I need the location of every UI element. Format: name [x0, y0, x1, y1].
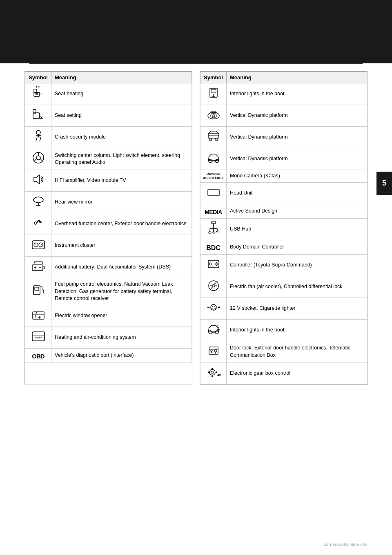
meaning-cell: Body Domain Controller	[227, 240, 367, 254]
meaning-cell: USB Hub	[227, 218, 367, 240]
svg-point-94	[214, 349, 217, 352]
svg-rect-103	[208, 371, 209, 373]
meaning-cell: Electronic gear box control	[227, 363, 367, 384]
mirror-icon	[31, 193, 46, 209]
main-content: Symbol Meaning	[0, 64, 392, 401]
svg-line-24	[40, 159, 43, 161]
table-row: Vertical Dynamic platform	[200, 148, 367, 170]
right-table: Symbol Meaning	[200, 72, 367, 385]
table-row: Door lock, Exterior door handle electron…	[200, 341, 367, 363]
symbol-cell	[200, 319, 227, 341]
symbol-cell	[200, 83, 227, 105]
svg-point-99	[209, 369, 215, 375]
svg-line-16	[36, 137, 37, 141]
meaning-cell: 12 V socket, Cigarette lighter	[227, 298, 367, 319]
meaning-cell: Vehicle's diagnostic port (interface)	[51, 348, 192, 363]
vdp3-icon	[206, 150, 221, 166]
table-row: Seat heating	[25, 83, 192, 105]
svg-rect-50	[211, 90, 216, 93]
symbol-cell	[200, 298, 227, 319]
table-row: Rear-view mirror	[25, 192, 192, 213]
symbol-cell	[200, 182, 227, 204]
svg-point-78	[217, 263, 218, 264]
table-row: Electric fan (air cooler), Controlled di…	[200, 276, 367, 298]
table-row: DRIVINGASSISTANCE Mono Camera (Kafas)	[200, 170, 367, 183]
symbol-cell	[200, 341, 227, 363]
svg-rect-59	[216, 138, 218, 141]
battery-icon	[31, 258, 46, 274]
svg-point-7	[36, 94, 37, 95]
table-row: Crash-security module	[25, 127, 192, 148]
svg-rect-47	[32, 332, 45, 341]
symbol-cell	[200, 148, 227, 170]
svg-point-4	[36, 93, 37, 94]
left-header-symbol: Symbol	[25, 72, 51, 83]
svg-line-34	[41, 244, 42, 245]
symbol-cell	[25, 257, 51, 278]
overhead-icon	[31, 215, 46, 231]
svg-rect-101	[212, 368, 213, 369]
meaning-cell: Vertical Dynamic platform	[227, 127, 367, 148]
svg-rect-102	[212, 376, 213, 377]
vdp1-icon	[206, 107, 221, 122]
meaning-cell: Electric fan (air cooler), Controlled di…	[227, 276, 367, 298]
table-row: OBD Vehicle's diagnostic port (interface…	[25, 348, 192, 363]
symbol-cell	[25, 213, 51, 235]
meaning-cell: Seat setting	[51, 105, 192, 127]
svg-line-23	[34, 159, 36, 161]
gearbox-icon: 4x4	[206, 365, 221, 380]
bdc-icon: BDC	[206, 244, 220, 251]
meaning-cell: Electric window opener	[51, 305, 192, 327]
symbol-cell: 4x4	[200, 363, 227, 384]
watermark: carmanualsonline.info	[324, 542, 368, 547]
table-row: Electric window opener	[25, 305, 192, 327]
svg-rect-45	[33, 312, 44, 319]
svg-point-61	[209, 159, 212, 163]
columns-wrapper: Symbol Meaning	[24, 71, 368, 385]
symbol-cell	[25, 235, 51, 257]
meaning-cell: Head Unit	[227, 182, 367, 204]
meaning-cell: Fuel pump control electronics, Natural V…	[51, 278, 192, 305]
svg-text:4x4: 4x4	[217, 373, 221, 377]
12v-icon	[206, 300, 221, 315]
head-unit-icon	[206, 184, 221, 200]
meaning-cell: Switching center column, Light switch el…	[51, 148, 192, 170]
symbol-cell	[200, 218, 227, 240]
boot-light-icon	[206, 85, 221, 101]
boot-light2-icon	[206, 321, 221, 337]
svg-line-17	[40, 137, 41, 141]
table-row: HiFi amplifier, Video module TV	[25, 170, 192, 192]
table-row: Interior lights in the boot	[200, 319, 367, 341]
svg-point-62	[215, 159, 218, 163]
symbol-cell	[200, 105, 227, 127]
svg-point-21	[36, 156, 40, 160]
steering-icon	[31, 150, 46, 166]
fan-icon	[206, 278, 221, 293]
svg-line-11	[40, 116, 43, 119]
meaning-cell: Vertical Dynamic platform	[227, 148, 367, 170]
instrument-icon	[31, 237, 46, 252]
svg-point-97	[211, 350, 212, 351]
symbol-cell	[25, 105, 51, 127]
driving-assist-icon: DRIVINGASSISTANCE	[203, 172, 224, 180]
window-icon	[31, 307, 46, 322]
meaning-cell: Vertical Dynamic platform	[227, 105, 367, 127]
door-lock-icon	[206, 343, 221, 358]
svg-rect-36	[43, 266, 45, 269]
table-row: Seat setting	[25, 105, 192, 127]
symbol-cell	[25, 170, 51, 192]
svg-point-74	[209, 263, 212, 265]
symbol-cell	[200, 127, 227, 148]
svg-point-6	[35, 94, 36, 95]
symbol-cell	[200, 276, 227, 298]
symbol-cell: OBD	[25, 348, 51, 363]
meaning-cell: Interior lights in the boot	[227, 83, 367, 105]
obd-icon: OBD	[32, 353, 44, 360]
seat-heat-icon	[31, 85, 46, 101]
table-row: USB Hub	[200, 218, 367, 240]
table-row: Fuel pump control electronics, Natural V…	[25, 278, 192, 305]
svg-rect-58	[209, 138, 212, 141]
table-row: MEDIA Active Sound Design	[200, 204, 367, 218]
svg-point-29	[34, 222, 37, 224]
meaning-cell: Rear-view mirror	[51, 192, 192, 213]
